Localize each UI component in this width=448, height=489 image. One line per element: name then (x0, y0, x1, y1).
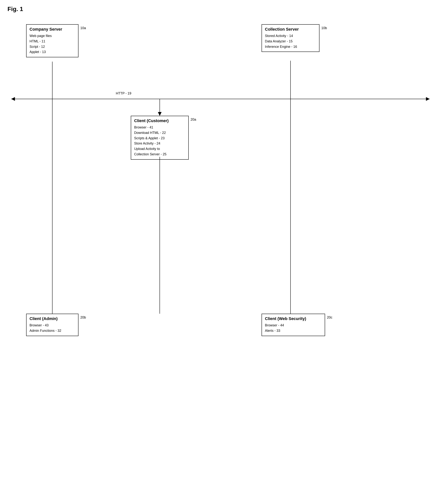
company-server-title: Company Server (30, 27, 75, 32)
collection-server-label: 10b (321, 26, 327, 30)
collection-server-item-1: Data Analyzer - 15 (265, 39, 316, 44)
collection-server-item-0: Stored Activity - 14 (265, 33, 316, 39)
svg-marker-8 (158, 112, 162, 116)
client-customer-item-0: Browser - 41 (134, 125, 185, 130)
company-server-box: Company Server Web page files HTML - 11 … (26, 24, 78, 57)
collection-server-box: Collection Server Stored Activity - 14 D… (262, 24, 319, 52)
company-server-label: 10a (80, 26, 86, 30)
client-web-security-item-0: Browser - 44 (265, 323, 322, 328)
client-customer-item-1: Download HTML - 22 (134, 130, 185, 136)
client-web-security-item-1: Alerts - 33 (265, 328, 322, 334)
client-admin-title: Client (Admin) (30, 316, 75, 321)
company-server-item-0: Web page files (30, 33, 75, 39)
client-customer-label: 20a (191, 118, 196, 122)
collection-server-item-2: Inference Engine - 16 (265, 44, 316, 49)
client-admin-box: Client (Admin) Browser - 43 Admin Functi… (26, 314, 78, 336)
client-web-security-box: Client (Web Security) Browser - 44 Alert… (262, 314, 325, 336)
collection-server-title: Collection Server (265, 27, 316, 32)
client-customer-box: Client (Customer) Browser - 41 Download … (131, 116, 189, 160)
client-admin-label: 20b (80, 316, 86, 319)
http-label: HTTP - 19 (116, 91, 131, 95)
client-customer-item-3: Store Activity - 24 (134, 141, 185, 146)
client-admin-item-0: Browser - 43 (30, 323, 75, 328)
client-admin-item-1: Admin Functions - 32 (30, 328, 75, 334)
company-server-item-1: HTML - 11 (30, 39, 75, 44)
client-customer-item-4: Upload Activity to Collection Server - 2… (134, 146, 185, 157)
svg-marker-2 (426, 97, 430, 101)
fig-label: Fig. 1 (8, 6, 23, 13)
client-web-security-title: Client (Web Security) (265, 316, 322, 321)
svg-marker-1 (11, 97, 15, 101)
page: Fig. 1 Company Server Web page files HTM… (0, 0, 448, 489)
company-server-item-2: Script - 12 (30, 44, 75, 49)
diagram-svg (0, 0, 448, 489)
company-server-item-3: Applet - 13 (30, 49, 75, 55)
client-web-security-label: 20c (327, 316, 332, 319)
client-customer-item-2: Scripts & Applet - 23 (134, 136, 185, 141)
client-customer-title: Client (Customer) (134, 118, 185, 123)
